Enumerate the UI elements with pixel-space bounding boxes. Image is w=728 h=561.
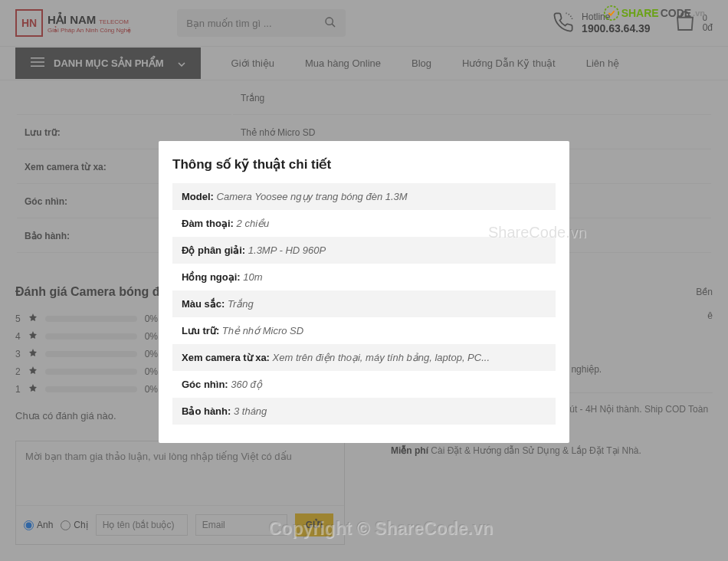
spec-row: Màu sắc: Trắng <box>172 290 556 317</box>
spec-row: Lưu trữ: Thẻ nhớ Micro SD <box>172 317 556 344</box>
spec-row: Độ phân giải: 1.3MP - HD 960P <box>172 237 556 264</box>
spec-row: Đàm thoại: 2 chiều <box>172 210 556 237</box>
spec-row: Góc nhìn: 360 độ <box>172 371 556 398</box>
spec-row: Bảo hành: 3 tháng <box>172 398 556 425</box>
spec-row: Model: Camera Yoosee ngụy trang bóng đèn… <box>172 183 556 210</box>
modal-overlay[interactable]: Thông số kỹ thuật chi tiết Model: Camera… <box>0 0 728 561</box>
spec-row: Hồng ngoại: 10m <box>172 264 556 290</box>
modal-title: Thông số kỹ thuật chi tiết <box>172 156 556 172</box>
spec-row: Xem camera từ xa: Xem trên điện thoại, m… <box>172 344 556 371</box>
specs-modal: Thông số kỹ thuật chi tiết Model: Camera… <box>159 141 569 443</box>
